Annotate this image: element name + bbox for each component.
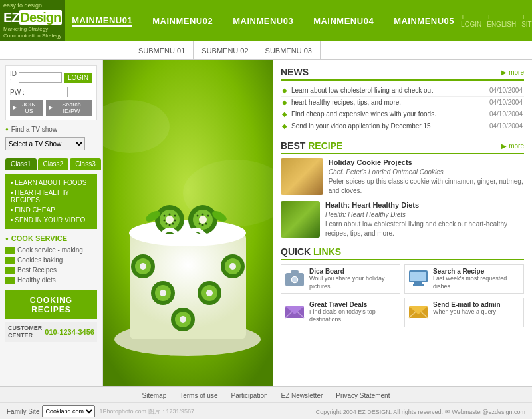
submenu-1[interactable]: SUBMENU 02 bbox=[194, 41, 257, 60]
cook-service: COOK SERVICE Cook service - making Cooki… bbox=[5, 234, 97, 285]
logo-tagline1: easy to design bbox=[3, 2, 62, 9]
news-row-2: ◆ Find cheap and expensive wines with yo… bbox=[281, 108, 524, 120]
news-header: NEWS ▶ more bbox=[281, 67, 524, 81]
svg-point-38 bbox=[199, 223, 201, 225]
camera-icon bbox=[284, 268, 305, 289]
news-text-2[interactable]: Find cheap and expensive wines with your… bbox=[290, 108, 478, 120]
logo: EZDesign bbox=[3, 9, 62, 26]
family-site-select[interactable]: Cookland.com bbox=[42, 405, 95, 417]
center-image bbox=[103, 60, 273, 386]
class-tab-1[interactable]: Class1 bbox=[5, 158, 37, 170]
service-icon-3 bbox=[5, 277, 15, 284]
cook-service-item-2[interactable]: Best Recipes bbox=[5, 265, 97, 275]
cook-service-item-1[interactable]: Cookies baking bbox=[5, 255, 97, 265]
svg-point-19 bbox=[229, 263, 236, 270]
logo-sub: Marketing Strategy Communication Strateg… bbox=[3, 26, 62, 40]
news-text-1[interactable]: heart-healthy recipes, tips, and more. bbox=[290, 97, 478, 108]
header-right: + LOGIN + ENGLISH + SITE bbox=[461, 13, 532, 28]
svg-point-7 bbox=[140, 263, 146, 270]
news-date-1: 04/10/2004 bbox=[478, 97, 524, 108]
submenu-2[interactable]: SUBMENU 03 bbox=[257, 41, 321, 60]
join-button[interactable]: JOIN US bbox=[10, 100, 43, 116]
cook-service-item-0[interactable]: Cook service - making bbox=[5, 245, 97, 255]
green-menu-item-1[interactable]: HEART-HEALTHY RECIPES bbox=[11, 188, 92, 205]
class-tab-2[interactable]: Class2 bbox=[38, 158, 69, 170]
green-menu-item-0[interactable]: LEARN ABOUT FOODS bbox=[11, 178, 92, 188]
news-title: NEWS bbox=[281, 67, 309, 77]
svg-point-23 bbox=[166, 216, 174, 224]
pw-input[interactable] bbox=[25, 87, 68, 97]
search-id-button[interactable]: Search ID/PW bbox=[46, 100, 92, 116]
subnav: SUBMENU 01 SUBMENU 02 SUBMENU 03 bbox=[0, 41, 532, 60]
main-menu-1[interactable]: MAINMENU02 bbox=[152, 16, 213, 26]
recipe-item-0: Holiday Cookie Projects Chef. Peter's Lo… bbox=[281, 158, 524, 196]
cooking-recipes-button[interactable]: COOKING RECIPES bbox=[5, 290, 97, 319]
find-tv-label: Find a TV show bbox=[5, 126, 97, 133]
id-label: ID : bbox=[10, 70, 19, 85]
svg-point-24 bbox=[164, 215, 166, 217]
svg-point-34 bbox=[199, 216, 207, 224]
svg-point-16 bbox=[206, 290, 213, 296]
footer-link-1[interactable]: Terms of use bbox=[180, 392, 217, 399]
main-menu-0[interactable]: MAINMENU01 bbox=[72, 15, 132, 27]
site-link[interactable]: + SITE bbox=[521, 13, 532, 28]
news-text-0[interactable]: Learn about low cholesterol living and c… bbox=[290, 85, 478, 97]
quick-text-0: Dica Board Woul you share your holiday p… bbox=[309, 268, 397, 290]
login-link[interactable]: + LOGIN bbox=[461, 13, 481, 28]
webmaster: ✉ Webmaster@ezdesign.com bbox=[445, 409, 525, 415]
svg-point-25 bbox=[174, 215, 176, 217]
sidebar: ID : LOGIN PW : JOIN US Search ID/PW Fin… bbox=[0, 60, 103, 386]
recipe-item-1: Health: Heart Healthy Diets Health: Hear… bbox=[281, 201, 524, 238]
english-link[interactable]: + ENGLISH bbox=[487, 13, 516, 28]
main-nav: MAINMENU01 MAINMENU02 MAINMENU03 MAINMEN… bbox=[65, 15, 461, 27]
quick-links-section: QUICK LINKS Dica Board Woul you share yo… bbox=[281, 246, 524, 327]
news-row-1: ◆ heart-healthy recipes, tips, and more.… bbox=[281, 97, 524, 108]
svg-point-10 bbox=[160, 290, 166, 296]
svg-point-39 bbox=[205, 223, 207, 225]
news-text-3[interactable]: Send in your video application by Decemb… bbox=[290, 120, 478, 132]
news-more[interactable]: ▶ more bbox=[501, 69, 524, 76]
quick-item-2[interactable]: Great Travel Deals Find deals on today's… bbox=[281, 298, 400, 327]
recipe-info-0: Holiday Cookie Projects Chef. Peter's Lo… bbox=[329, 158, 524, 196]
quick-item-1[interactable]: Search a Recipe Last week's most request… bbox=[404, 264, 524, 294]
cook-service-item-3[interactable]: Healthy diets bbox=[5, 275, 97, 285]
id-input[interactable] bbox=[19, 72, 62, 83]
footer-link-4[interactable]: Privacy Statement bbox=[336, 392, 390, 399]
news-bullet-2: ◆ bbox=[281, 108, 290, 120]
footer-link-0[interactable]: Sitemap bbox=[142, 392, 167, 399]
quick-text-2: Great Travel Deals Find deals on today's… bbox=[309, 301, 397, 323]
best-recipe-section: BEST RECIPE ▶ more Holiday Cookie Projec… bbox=[281, 140, 524, 238]
tv-show-select[interactable]: Select a TV Show bbox=[5, 137, 85, 150]
quick-text-3: Send E-mail to admin When you have a que… bbox=[433, 301, 501, 316]
login-box: ID : LOGIN PW : JOIN US Search ID/PW bbox=[5, 65, 97, 120]
best-recipe-header: BEST RECIPE ▶ more bbox=[281, 140, 524, 154]
login-button[interactable]: LOGIN bbox=[64, 73, 92, 83]
news-date-0: 04/10/2004 bbox=[478, 85, 524, 97]
green-menu-item-3[interactable]: SEND IN YOUR VIDEO bbox=[11, 215, 92, 225]
recipe-more[interactable]: ▶ more bbox=[501, 142, 524, 150]
copyright: Copyright 2004 EZ DESIGN. All rights res… bbox=[316, 409, 443, 415]
quick-item-3[interactable]: Send E-mail to admin When you have a que… bbox=[404, 298, 524, 327]
customer-phone: 010-1234-3456 bbox=[45, 328, 94, 336]
pw-label: PW : bbox=[10, 89, 25, 96]
footer-link-2[interactable]: Participation bbox=[231, 392, 267, 399]
recipe-thumb-1 bbox=[281, 201, 320, 238]
main-menu-2[interactable]: MAINMENU03 bbox=[233, 16, 293, 26]
envelope-purple-icon bbox=[284, 301, 305, 322]
svg-point-31 bbox=[174, 220, 176, 222]
news-table: ◆ Learn about low cholesterol living and… bbox=[281, 85, 524, 132]
green-menu-item-2[interactable]: FIND CHEAP bbox=[11, 205, 92, 215]
svg-point-29 bbox=[169, 224, 171, 226]
footer-link-3[interactable]: EZ Newsletter bbox=[281, 392, 323, 399]
news-date-3: 04/10/2004 bbox=[478, 120, 524, 132]
class-tab-3[interactable]: Class3 bbox=[70, 158, 101, 170]
header: easy to design EZDesign Marketing Strate… bbox=[0, 0, 532, 41]
quick-item-0[interactable]: Dica Board Woul you share your holiday p… bbox=[281, 264, 400, 294]
monitor-icon bbox=[408, 268, 429, 289]
submenu-0[interactable]: SUBMENU 01 bbox=[133, 41, 194, 60]
main-menu-4[interactable]: MAINMENU05 bbox=[394, 16, 454, 26]
svg-rect-46 bbox=[291, 270, 299, 274]
svg-point-36 bbox=[207, 215, 209, 217]
svg-point-13 bbox=[180, 316, 186, 323]
main-menu-3[interactable]: MAINMENU04 bbox=[313, 16, 374, 26]
